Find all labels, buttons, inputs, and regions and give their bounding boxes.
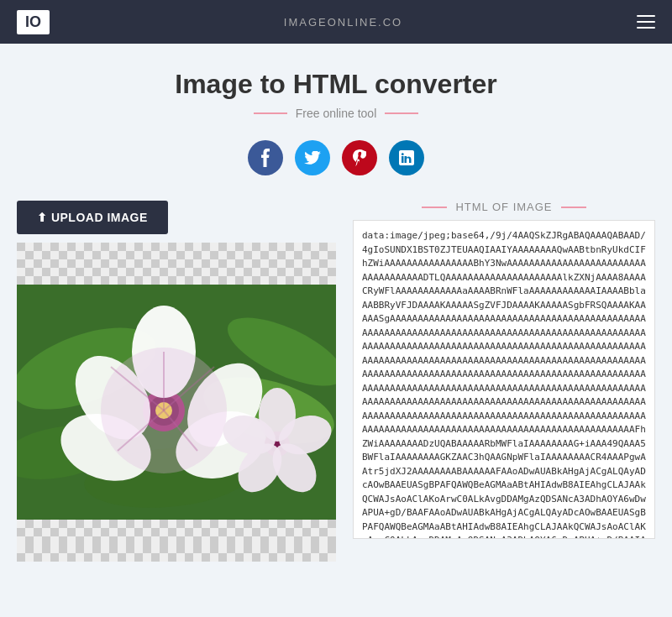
- hamburger-menu[interactable]: [637, 15, 655, 29]
- flower-image: [17, 243, 336, 545]
- linkedin-icon: [399, 150, 414, 165]
- navbar-brand: IO: [17, 10, 50, 34]
- pinterest-icon: [353, 149, 366, 166]
- hamburger-line-1: [637, 15, 655, 17]
- twitter-button[interactable]: [295, 140, 330, 175]
- subtitle-line-right: [385, 112, 418, 114]
- upload-button[interactable]: ⬆ UPLOAD IMAGE: [17, 201, 168, 234]
- twitter-icon: [304, 151, 321, 165]
- right-panel: HTML OF IMAGE: [353, 201, 655, 542]
- social-row: [17, 140, 655, 175]
- hamburger-line-3: [637, 27, 655, 29]
- subtitle-bar: Free online tool: [17, 107, 655, 120]
- facebook-button[interactable]: [248, 140, 283, 175]
- pinterest-button[interactable]: [342, 140, 377, 175]
- left-panel: ⬆ UPLOAD IMAGE: [17, 201, 336, 562]
- html-label-line-left: [422, 207, 447, 208]
- svg-rect-33: [17, 520, 336, 545]
- subtitle-line-left: [254, 112, 287, 114]
- linkedin-button[interactable]: [389, 140, 424, 175]
- subtitle-text: Free online tool: [296, 107, 377, 120]
- hamburger-line-2: [637, 21, 655, 23]
- page-title: Image to HTML converter: [17, 69, 655, 100]
- html-output-textarea[interactable]: [353, 220, 655, 539]
- svg-rect-32: [17, 243, 336, 285]
- main-content: Image to HTML converter Free online tool: [0, 44, 672, 562]
- facebook-icon: [260, 149, 270, 167]
- content-area: ⬆ UPLOAD IMAGE: [17, 201, 655, 562]
- html-label-text: HTML OF IMAGE: [455, 201, 552, 213]
- html-label-line-right: [561, 207, 586, 208]
- navbar-title: IMAGEONLINE.CO: [284, 16, 402, 29]
- image-preview: [17, 243, 336, 562]
- html-output-label: HTML OF IMAGE: [353, 201, 655, 213]
- navbar: IO IMAGEONLINE.CO: [0, 0, 672, 44]
